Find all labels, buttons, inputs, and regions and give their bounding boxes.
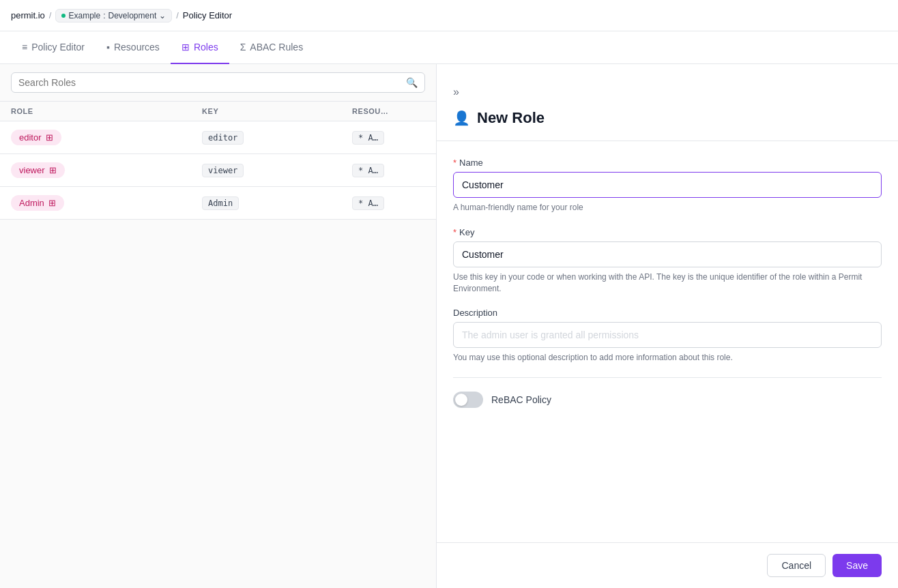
env-name: Example <box>68 11 100 20</box>
env-type: Development <box>108 11 157 20</box>
key-cell: editor <box>202 131 352 145</box>
search-bar: 🔍 <box>0 64 436 102</box>
resource-cell: * A… <box>352 196 425 210</box>
resources-icon: ▪ <box>106 42 110 53</box>
tab-abac-rules-label: ABAC Rules <box>250 42 303 53</box>
col-role: ROLE <box>11 107 202 115</box>
main-layout: 🔍 ROLE KEY RESOU… editor ⊞ editor <box>0 64 898 588</box>
table-header: ROLE KEY RESOU… <box>0 102 436 121</box>
rebac-toggle-wrap: ReBAC Policy <box>453 392 882 408</box>
panel-header: » 👤 New Role <box>437 64 898 141</box>
tab-bar: ≡ Policy Editor ▪ Resources ⊞ Roles Σ AB… <box>0 31 898 64</box>
divider <box>453 377 882 378</box>
table-row[interactable]: Admin ⊞ Admin * A… <box>0 187 436 220</box>
breadcrumb-bar: permit.io / Example : Development ⌄ / Po… <box>0 0 898 31</box>
toggle-slider <box>453 392 483 408</box>
role-badge-viewer: viewer ⊞ <box>11 162 65 178</box>
name-input[interactable] <box>453 172 882 198</box>
tab-roles-label: Roles <box>194 42 218 53</box>
save-button[interactable]: Save <box>832 554 882 577</box>
panel-footer: Cancel Save <box>437 542 898 588</box>
search-input[interactable] <box>18 77 401 88</box>
panel-collapse-btn[interactable]: » <box>453 78 882 104</box>
role-badge-editor: editor ⊞ <box>11 130 61 145</box>
table-row[interactable]: editor ⊞ editor * A… <box>0 121 436 154</box>
env-status-dot <box>61 14 66 18</box>
required-star: * <box>453 227 457 237</box>
required-star: * <box>453 158 457 168</box>
right-panel: » 👤 New Role * Name A human-friendly nam… <box>437 64 898 588</box>
role-name: editor <box>19 132 42 143</box>
description-label: Description <box>453 308 882 318</box>
key-cell: Admin <box>202 196 352 210</box>
role-badge-admin: Admin ⊞ <box>11 195 64 211</box>
page-title: Policy Editor <box>183 10 232 20</box>
tab-roles[interactable]: ⊞ Roles <box>171 32 229 64</box>
roles-icon: ⊞ <box>182 42 190 53</box>
panel-body: * Name A human-friendly name for your ro… <box>437 141 898 542</box>
grid-icon: ⊞ <box>49 165 57 175</box>
chevron-down-icon: ⌄ <box>159 11 166 20</box>
table-row[interactable]: viewer ⊞ viewer * A… <box>0 154 436 187</box>
key-hint: Use this key in your code or when workin… <box>453 271 882 295</box>
new-role-title: 👤 New Role <box>453 104 882 141</box>
sep2: / <box>176 10 179 20</box>
name-form-group: * Name A human-friendly name for your ro… <box>453 158 882 214</box>
role-cell: viewer ⊞ <box>11 162 202 178</box>
description-input[interactable] <box>453 322 882 348</box>
key-label: * Key <box>453 227 882 237</box>
description-hint: You may use this optional description to… <box>453 352 882 364</box>
role-cell: Admin ⊞ <box>11 195 202 211</box>
abac-icon: Σ <box>240 42 246 53</box>
env-pill[interactable]: Example : Development ⌄ <box>55 9 172 23</box>
key-input[interactable] <box>453 241 882 267</box>
grid-icon: ⊞ <box>48 198 56 208</box>
role-name: viewer <box>19 165 45 175</box>
tab-policy-editor-label: Policy Editor <box>31 42 85 53</box>
tab-abac-rules[interactable]: Σ ABAC Rules <box>229 32 314 64</box>
grid-icon: ⊞ <box>46 132 53 143</box>
left-panel: 🔍 ROLE KEY RESOU… editor ⊞ editor <box>0 64 437 588</box>
search-icon: 🔍 <box>406 77 418 88</box>
sep1: / <box>49 10 52 20</box>
role-title-icon: 👤 <box>453 110 470 126</box>
search-input-wrap: 🔍 <box>11 72 425 93</box>
role-name: Admin <box>19 198 44 208</box>
col-resources: RESOU… <box>352 107 425 115</box>
tab-policy-editor[interactable]: ≡ Policy Editor <box>11 32 96 64</box>
resource-cell: * A… <box>352 131 425 145</box>
key-value: editor <box>202 131 244 145</box>
description-form-group: Description You may use this optional de… <box>453 308 882 364</box>
col-key: KEY <box>202 107 352 115</box>
tab-resources[interactable]: ▪ Resources <box>96 32 171 64</box>
name-label: * Name <box>453 158 882 168</box>
policy-editor-icon: ≡ <box>22 42 27 53</box>
key-cell: viewer <box>202 164 352 177</box>
collapse-icon: » <box>453 86 459 98</box>
key-form-group: * Key Use this key in your code or when … <box>453 227 882 295</box>
brand-link[interactable]: permit.io <box>11 10 45 20</box>
tab-resources-label: Resources <box>114 42 160 53</box>
resource-value: * A… <box>352 196 384 210</box>
rebac-toggle[interactable] <box>453 392 483 408</box>
env-sep: : <box>103 11 105 20</box>
resource-value: * A… <box>352 164 384 177</box>
rebac-label: ReBAC Policy <box>491 394 551 405</box>
panel-title-text: New Role <box>477 109 545 127</box>
name-hint: A human-friendly name for your role <box>453 202 882 214</box>
key-value: viewer <box>202 164 244 177</box>
role-cell: editor ⊞ <box>11 130 202 145</box>
key-value: Admin <box>202 196 239 210</box>
roles-table: ROLE KEY RESOU… editor ⊞ editor * A… <box>0 102 436 588</box>
cancel-button[interactable]: Cancel <box>767 554 826 577</box>
resource-cell: * A… <box>352 164 425 177</box>
resource-value: * A… <box>352 131 384 145</box>
